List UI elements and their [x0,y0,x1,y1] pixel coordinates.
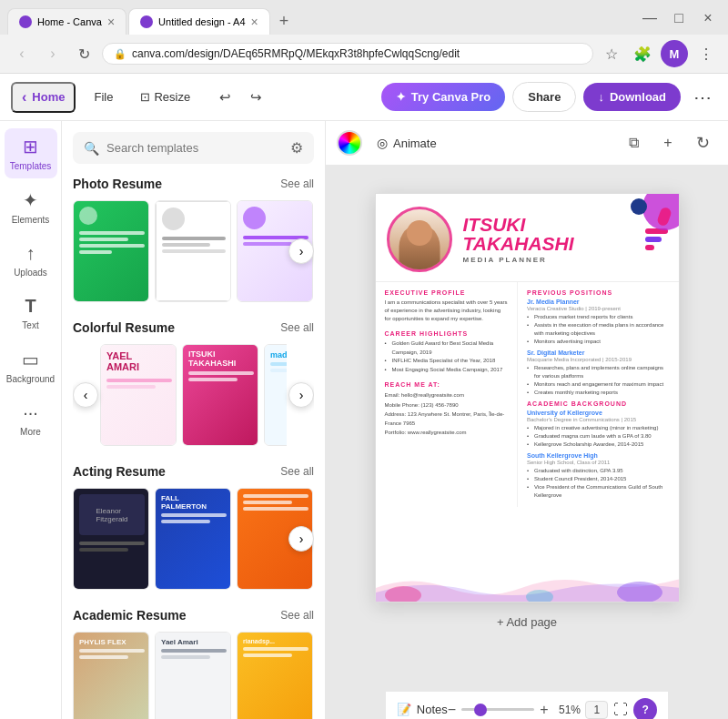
sidebar-item-more[interactable]: ··· More [5,395,57,444]
academic-resume-carousel: PHYLIS FLEX Yael Amari [73,632,314,719]
browser-menu-button[interactable]: ⋮ [693,41,719,66]
more-options-button[interactable]: ⋯ [688,83,717,112]
minimize-button[interactable]: — [637,5,662,31]
academic-resume-grid: PHYLIS FLEX Yael Amari [73,632,314,719]
resize-button[interactable]: ⊡ Resize [131,85,199,109]
share-button[interactable]: Share [512,82,576,112]
carousel-next-acting[interactable]: › [288,526,314,552]
top-decoration [606,194,679,248]
job1-bullet-3: •Monitors advertising impact [527,338,669,346]
tab-close-home[interactable]: × [107,15,115,29]
academic-resume-see-all[interactable]: See all [280,609,314,622]
color-picker-button[interactable] [337,130,362,156]
new-tab-button[interactable]: + [272,8,297,35]
browser-toolbar: ‹ › ↻ 🔒 canva.com/design/DAEq65RMRpQ/MEk… [0,35,728,73]
undo-button[interactable]: ↩ [210,83,239,112]
tab-home[interactable]: Home - Canva × [7,8,126,35]
template-card[interactable]: YAELAMARI [100,344,177,446]
uploads-icon: ↑ [26,243,35,264]
template-card[interactable]: madise [264,344,287,446]
redo-button[interactable]: ↪ [241,83,270,112]
photo-resume-title: Photo Resume [73,177,162,191]
download-button[interactable]: ↓ Download [583,83,681,111]
sidebar-item-uploads[interactable]: ↑ Uploads [5,236,57,285]
reach-portfolio: Portfolio: www.reallygreatsite.com [385,428,509,437]
resume-body: EXECUTIVE PROFILE I am a communications … [376,282,679,507]
home-label: Home [32,90,65,104]
zoom-in-button[interactable]: + [540,702,548,718]
template-card[interactable]: Yael Amari [155,632,231,719]
career-bullet-3: • Most Engaging Social Media Campaign, 2… [385,366,509,375]
user-avatar[interactable]: M [661,40,688,67]
job1-title: Jr. Media Planner [527,299,669,305]
notes-icon: 📝 [397,703,411,716]
add-page-button[interactable]: + Add page [375,603,680,642]
carousel-next-photo[interactable]: › [288,238,314,264]
template-card[interactable]: ITSUKITAKAHASHI [182,344,258,446]
school1-detail-2: •Graduated magna cum laude with a GPA of… [527,432,669,441]
elements-icon: ✦ [23,189,38,211]
file-menu[interactable]: File [83,85,124,109]
try-pro-button[interactable]: ✦ Try Canva Pro [381,83,505,111]
carousel-next-colorful[interactable]: › [288,382,314,408]
reach-email: Email: hello@reallygreatsite.com [385,390,509,400]
job2-bullet-1: •Researches, plans and implements online… [527,364,669,380]
canva-main: ⊞ Templates ✦ Elements ↑ Uploads T Text … [0,121,728,719]
undo-redo-group: ↩ ↪ [210,83,270,112]
lock-icon: 🔒 [114,48,126,60]
template-card[interactable]: EleanorFitzgerald [73,488,149,590]
search-input[interactable] [106,141,283,155]
canva-header: ‹ Home File ⊡ Resize ↩ ↪ ✦ Try Canva Pro… [0,74,728,121]
home-button[interactable]: ‹ Home [11,82,76,113]
forward-button[interactable]: › [40,41,66,66]
zoom-out-button[interactable]: − [448,702,456,718]
copy-button[interactable]: ⧉ [619,128,648,157]
animate-icon: ◎ [377,136,388,150]
school2-detail-1: •Graduated with distinction, GPA 3.95 [527,467,669,475]
extensions-button[interactable]: 🧩 [630,41,655,66]
tab-close-untitled[interactable]: × [251,15,258,29]
reach-phone: Mobile Phone: (123) 456-7890 [385,400,509,410]
photo-resume-header: Photo Resume See all [73,177,314,191]
tab-untitled[interactable]: Untitled design - A4 × [128,8,270,35]
photo-resume-see-all[interactable]: See all [280,177,314,190]
bookmark-button[interactable]: ☆ [599,41,624,66]
filter-button[interactable]: ⚙ [290,139,303,157]
template-card[interactable]: FALLPALMERTON [155,488,231,590]
sidebar-item-elements[interactable]: ✦ Elements [5,182,57,232]
canvas-scroll[interactable]: ITSUKI TAKAHASHI MEDIA PLANNER [326,166,728,691]
fullscreen-button[interactable]: ⛶ [613,702,628,718]
canva-app: ‹ Home File ⊡ Resize ↩ ↪ ✦ Try Canva Pro… [0,74,728,719]
animate-button[interactable]: ◎ Animate [369,132,444,154]
sidebar-item-templates[interactable]: ⊞ Templates [5,128,57,178]
sidebar-item-text[interactable]: T Text [5,289,57,338]
acting-resume-header: Acting Resume See all [73,464,314,479]
reload-button[interactable]: ↻ [71,41,96,66]
help-button[interactable]: ? [633,698,657,720]
sidebar-label-more: More [20,427,41,437]
template-thumb [156,201,231,301]
template-thumb: PHYLIS FLEX [74,633,149,719]
maximize-button[interactable]: □ [666,5,692,31]
photo-resume-section: Photo Resume See all [73,177,314,302]
template-card[interactable]: PHYLIS FLEX [73,632,149,719]
job2-bullet-2: •Monitors reach and engagement for maxim… [527,380,669,389]
executive-profile-text: I am a communications specialist with ov… [385,299,509,323]
background-icon: ▭ [22,349,39,370]
zoom-slider[interactable] [461,708,534,711]
rotate-button[interactable]: ↻ [688,128,717,157]
template-card[interactable]: rianadsp... [237,632,313,719]
template-card[interactable] [73,200,149,302]
template-card[interactable] [155,200,231,302]
sidebar-item-background[interactable]: ▭ Background [5,341,57,391]
colorful-resume-title: Colorful Resume [73,320,175,335]
acting-resume-see-all[interactable]: See all [280,465,314,478]
add-button[interactable]: + [653,128,682,157]
close-window-button[interactable]: × [695,5,721,31]
notes-button[interactable]: 📝 Notes [397,703,448,716]
tab-title-home: Home - Canva [37,16,102,27]
address-bar[interactable]: 🔒 canva.com/design/DAEq65RMRpQ/MEkqxR3t8… [102,43,593,65]
colorful-resume-see-all[interactable]: See all [280,321,314,334]
carousel-prev-colorful[interactable]: ‹ [73,382,98,408]
back-button[interactable]: ‹ [9,41,35,66]
